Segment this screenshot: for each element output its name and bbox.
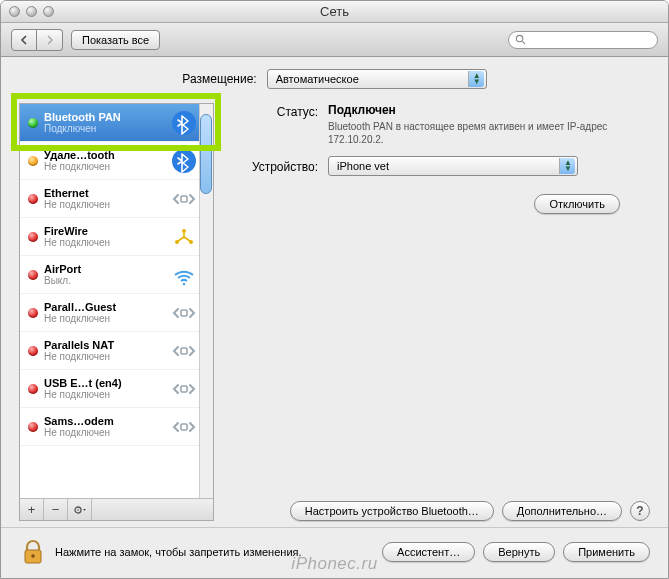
popup-arrows-icon: ▲▼: [564, 160, 572, 172]
status-dot: [28, 194, 38, 204]
separator: [1, 527, 668, 528]
status-dot: [28, 118, 38, 128]
item-sub: Не подключен: [44, 199, 165, 211]
search-field[interactable]: [508, 31, 658, 49]
sidebar: Bluetooth PANПодключенУдале…toothНе подк…: [19, 103, 214, 521]
ethernet-icon: [171, 376, 197, 402]
item-text: Sams…odemНе подключен: [44, 415, 165, 439]
disconnect-button[interactable]: Отключить: [534, 194, 620, 214]
lock-icon[interactable]: [19, 538, 47, 566]
content: Размещение: Автоматическое ▲▼ Bluetooth …: [1, 57, 668, 578]
sidebar-item-sams-odem[interactable]: Sams…odemНе подключен: [20, 408, 213, 446]
firewire-icon: [171, 224, 197, 250]
show-all-button[interactable]: Показать все: [71, 30, 160, 50]
configure-bluetooth-button[interactable]: Настроить устройство Bluetooth…: [290, 501, 494, 521]
location-popup[interactable]: Автоматическое ▲▼: [267, 69, 487, 89]
sidebar-item-parallels-nat[interactable]: Parallels NATНе подключен: [20, 332, 213, 370]
item-sub: Не подключен: [44, 389, 165, 401]
sidebar-item--tooth[interactable]: Удале…toothНе подключен: [20, 142, 213, 180]
apply-buttons: Ассистент… Вернуть Применить: [382, 542, 650, 562]
advanced-button[interactable]: Дополнительно…: [502, 501, 622, 521]
minimize-window-button[interactable]: [26, 6, 37, 17]
close-window-button[interactable]: [9, 6, 20, 17]
location-label: Размещение:: [182, 72, 256, 86]
status-dot: [28, 270, 38, 280]
apply-button[interactable]: Применить: [563, 542, 650, 562]
lock-text: Нажмите на замок, чтобы запретить измене…: [55, 546, 374, 558]
device-value: iPhone vet: [337, 160, 389, 172]
ethernet-icon: [171, 300, 197, 326]
item-text: EthernetНе подключен: [44, 187, 165, 211]
search-icon: [515, 34, 526, 45]
item-name: Parallels NAT: [44, 339, 165, 351]
status-value: Подключен: [328, 103, 650, 117]
item-name: Parall…Guest: [44, 301, 165, 313]
item-text: Bluetooth PANПодключен: [44, 111, 165, 135]
item-text: Удале…toothНе подключен: [44, 149, 165, 173]
sidebar-item-bluetooth-pan[interactable]: Bluetooth PANПодключен: [20, 104, 213, 142]
status-dot: [28, 308, 38, 318]
detail-pane: Статус: Подключен Bluetooth PAN в настоя…: [228, 103, 650, 521]
item-name: Удале…tooth: [44, 149, 165, 161]
assistant-button[interactable]: Ассистент…: [382, 542, 475, 562]
sidebar-item-firewire[interactable]: FireWireНе подключен: [20, 218, 213, 256]
lock-row: Нажмите на замок, чтобы запретить измене…: [19, 534, 650, 570]
scrollbar-thumb[interactable]: [200, 114, 212, 194]
item-text: FireWireНе подключен: [44, 225, 165, 249]
status-label: Статус:: [228, 103, 328, 146]
detail-bottom-buttons: Настроить устройство Bluetooth… Дополнит…: [228, 497, 650, 521]
sidebar-item-airport[interactable]: AirPortВыкл.: [20, 256, 213, 294]
nav-segment: [11, 29, 63, 51]
ethernet-icon: [171, 186, 197, 212]
device-popup[interactable]: iPhone vet ▲▼: [328, 156, 578, 176]
svg-point-14: [77, 509, 79, 511]
item-name: FireWire: [44, 225, 165, 237]
window-controls: [9, 6, 54, 17]
sidebar-item-usb-e-t-en4-[interactable]: USB E…t (en4)Не подключен: [20, 370, 213, 408]
window-title: Сеть: [320, 4, 349, 19]
item-name: AirPort: [44, 263, 165, 275]
back-button[interactable]: [11, 29, 37, 51]
item-sub: Не подключен: [44, 161, 165, 173]
ethernet-icon: [171, 338, 197, 364]
forward-button[interactable]: [37, 29, 63, 51]
item-name: Ethernet: [44, 187, 165, 199]
svg-line-1: [522, 41, 525, 44]
item-sub: Подключен: [44, 123, 165, 135]
scrollbar-track[interactable]: [199, 104, 213, 498]
ethernet-icon: [171, 414, 197, 440]
help-button[interactable]: ?: [630, 501, 650, 521]
status-dot: [28, 346, 38, 356]
status-description: Bluetooth PAN в настоящее время активен …: [328, 120, 608, 146]
service-list: Bluetooth PANПодключенУдале…toothНе подк…: [19, 103, 214, 521]
status-dot: [28, 156, 38, 166]
item-sub: Не подключен: [44, 237, 165, 249]
bluetooth-icon: [171, 148, 197, 174]
titlebar[interactable]: Сеть: [1, 1, 668, 23]
sidebar-item-parall-guest[interactable]: Parall…GuestНе подключен: [20, 294, 213, 332]
device-label: Устройство:: [228, 158, 328, 174]
zoom-window-button[interactable]: [43, 6, 54, 17]
service-list-scroll: Bluetooth PANПодключенУдале…toothНе подк…: [20, 104, 213, 498]
status-row: Статус: Подключен Bluetooth PAN в настоя…: [228, 103, 650, 146]
item-sub: Не подключен: [44, 427, 165, 439]
revert-button[interactable]: Вернуть: [483, 542, 555, 562]
svg-rect-11: [181, 386, 187, 392]
svg-rect-12: [181, 424, 187, 430]
status-dot: [28, 232, 38, 242]
remove-service-button[interactable]: −: [44, 499, 68, 521]
add-service-button[interactable]: +: [20, 499, 44, 521]
sidebar-item-ethernet[interactable]: EthernetНе подключен: [20, 180, 213, 218]
svg-point-0: [516, 35, 522, 41]
item-name: USB E…t (en4): [44, 377, 165, 389]
item-sub: Выкл.: [44, 275, 165, 287]
item-sub: Не подключен: [44, 313, 165, 325]
device-row: Устройство: iPhone vet ▲▼: [228, 156, 650, 176]
item-sub: Не подключен: [44, 351, 165, 363]
svg-point-16: [31, 554, 35, 558]
prefs-window: Сеть Показать все Размещение: Автоматиче…: [0, 0, 669, 579]
item-name: Bluetooth PAN: [44, 111, 165, 123]
svg-point-5: [182, 229, 186, 233]
action-menu-button[interactable]: [68, 499, 92, 521]
item-text: USB E…t (en4)Не подключен: [44, 377, 165, 401]
